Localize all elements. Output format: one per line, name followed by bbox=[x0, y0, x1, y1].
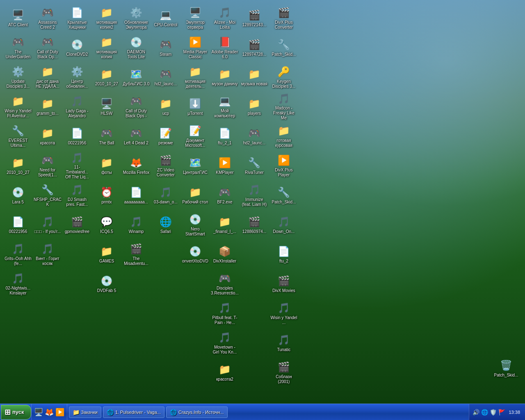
ql-media-icon[interactable]: ▶️ bbox=[55, 408, 64, 417]
tray-flag-icon[interactable]: 🚩 bbox=[498, 409, 505, 415]
motivatsiya-dey-desktop-icon[interactable]: 📁 мотивация деятель... bbox=[180, 62, 210, 92]
krylatye-desktop-icon[interactable]: 📄 Крылатые Хищники bbox=[62, 3, 92, 33]
nfshp-crack-desktop-icon[interactable]: 🔧 NFSHP_CRACK bbox=[33, 180, 62, 210]
2010-10-27-desktop-icon[interactable]: 📁 2010_10_27 bbox=[3, 151, 33, 180]
128860974-desktop-icon[interactable]: 🎬 128860974... bbox=[240, 210, 269, 240]
lara5-desktop-icon[interactable]: 💿 Lara 5 bbox=[3, 180, 33, 210]
disc-dana-desktop-icon[interactable]: 📁 дис от дана НЕ УДАЛА... bbox=[33, 62, 62, 92]
rezyume-desktop-icon[interactable]: 📝 резюме bbox=[151, 121, 180, 151]
bf2-exe-desktop-icon[interactable]: 🎮 BF2.exe bbox=[210, 180, 240, 210]
convertxtodvd-desktop-icon[interactable]: 💿 onvertXtoDVD bbox=[180, 240, 210, 269]
steam-desktop-icon[interactable]: 🎮 Steam bbox=[151, 33, 180, 62]
down-on-desktop-icon[interactable]: 🎵 Down_On... bbox=[269, 210, 299, 240]
2010-10-27-2-desktop-icon[interactable]: 📁 2010_10_27 bbox=[92, 62, 121, 92]
adobe-reader-desktop-icon[interactable]: 📕 Adobe Reader 6.0 bbox=[210, 33, 240, 62]
gotovaya-desktop-icon[interactable]: 📁 готовая курсовая bbox=[269, 121, 299, 151]
movetown-desktop-icon[interactable]: 🎵 Movetown - Girl You Kn... bbox=[210, 328, 240, 358]
if-you-desktop-icon[interactable]: 🎵 □□□ - If you'r... bbox=[33, 210, 62, 240]
muzyka-novaya-desktop-icon[interactable]: 📁 музыка новая bbox=[240, 62, 269, 92]
soblazn-desktop-icon[interactable]: 🎬 Соблазн (2001) bbox=[269, 358, 299, 387]
divxinstaller-desktop-icon[interactable]: 📦 DivXInstaller bbox=[210, 240, 240, 269]
assassins-creed2-desktop-icon[interactable]: 🎮 Assassins Creed 2 bbox=[33, 3, 62, 33]
pitbull-desktop-icon[interactable]: 🎵 Pitbull feat. T-Pain - He... bbox=[210, 299, 240, 328]
atc-client-desktop-icon[interactable]: 🖥️ ATC Client bbox=[3, 3, 33, 33]
tray-speaker-icon[interactable]: 🔊 bbox=[472, 409, 479, 415]
alizee-desktop-icon[interactable]: 🎵 Alizee - Moi Lolita bbox=[210, 3, 240, 33]
wisin-yandel-av-desktop-icon[interactable]: 📁 Wisin y Yandel Ft Aventur... bbox=[3, 92, 33, 121]
daemon-tools-desktop-icon[interactable]: 💿 DAEMON Tools Lite bbox=[121, 33, 151, 62]
tray-shield-icon[interactable]: 🛡️ bbox=[490, 409, 497, 415]
moy-computer-desktop-icon[interactable]: 💻 Мой компьютер bbox=[210, 92, 240, 121]
tsentralgis-desktop-icon[interactable]: 🗺️ ЦентралГИС bbox=[180, 151, 210, 180]
hlsw-desktop-icon[interactable]: 🖥️ HLSW bbox=[92, 92, 121, 121]
gramm-to-desktop-icon[interactable]: 📁 gramm_to... bbox=[33, 92, 62, 121]
call-of-duty-bo-desktop-icon[interactable]: 🎮 Call of Duty Black Op... bbox=[33, 33, 62, 62]
vint-gorit-desktop-icon[interactable]: 🎵 Винт - Горит косяк bbox=[33, 240, 62, 269]
the-ball-desktop-icon[interactable]: 🎮 The Ball bbox=[92, 121, 121, 151]
dublgis-desktop-icon[interactable]: 🗺️ ДубльГИС 3.0 bbox=[121, 62, 151, 92]
keygen-disciples-desktop-icon[interactable]: 🔑 Keygen Disciples 3... bbox=[269, 62, 299, 92]
rivaturner-desktop-icon[interactable]: 🔧 RivaTuner bbox=[240, 151, 269, 180]
wisin-yandel2-desktop-icon[interactable]: 🎵 Wisin y Yandel ... bbox=[269, 299, 299, 328]
dj-smash-desktop-icon[interactable]: 🎵 DJ Smash pres. Fast... bbox=[62, 180, 92, 210]
00221956-2-desktop-icon[interactable]: 📄 00221956 bbox=[62, 121, 92, 151]
finansl-desktop-icon[interactable]: 📁 _finansl_l_... bbox=[210, 210, 240, 240]
need-for-speed-desktop-icon[interactable]: 🎮 Need for Speed(1... bbox=[33, 151, 62, 180]
tsentr-obnov-desktop-icon[interactable]: ⚙️ Центр обновлен... bbox=[62, 62, 92, 92]
mozilla-firefox-desktop-icon[interactable]: 🦊 Mozilla Firefox bbox=[121, 151, 151, 180]
krasota-desktop-icon[interactable]: 📁 красота bbox=[33, 121, 62, 151]
media-player-desktop-icon[interactable]: ▶️ Media Player Classic bbox=[180, 33, 210, 62]
emulator-server-desktop-icon[interactable]: 🖥️ Эмулятор сервера bbox=[180, 3, 210, 33]
aaaa-desktop-icon[interactable]: 📄 ааааааааа... bbox=[121, 180, 151, 210]
patch-skid2-desktop-icon[interactable]: 🔧 Patch_Skid... bbox=[269, 180, 299, 210]
dokument-ms-desktop-icon[interactable]: 📝 Документ Microsoft... bbox=[180, 121, 210, 151]
divxplus-conv-desktop-icon[interactable]: 🎬 DivX Plus Converter bbox=[269, 3, 299, 33]
lady-gaga-desktop-icon[interactable]: 🎵 Lady Gaga - Alejandro bbox=[62, 92, 92, 121]
hd2-launch2-desktop-icon[interactable]: 🎮 hd2_launc... bbox=[240, 121, 269, 151]
left4dead2-desktop-icon[interactable]: 🎮 Left 4 Dead 2 bbox=[121, 121, 151, 151]
02-nightwish-desktop-icon[interactable]: 🎵 02-Nightwis... Kinslayer bbox=[3, 269, 33, 299]
muzon-danich-desktop-icon[interactable]: 📁 музон даничу bbox=[210, 62, 240, 92]
ucp-desktop-icon[interactable]: 📁 ucp bbox=[151, 92, 180, 121]
clonedvd2-desktop-icon[interactable]: 💿 CloneDVD2 bbox=[62, 33, 92, 62]
players-desktop-icon[interactable]: 📁 players bbox=[240, 92, 269, 121]
call-duty-bo2-desktop-icon[interactable]: 🎮 Call of Duty Black Ops - bbox=[121, 92, 151, 121]
disciples3-desktop-icon[interactable]: 🎮 Disciples 3.Resurrectio... bbox=[210, 269, 240, 299]
prmtx-desktop-icon[interactable]: ⏰ prmtx bbox=[92, 180, 121, 210]
madcon-desktop-icon[interactable]: 🎵 Madcon - Freaky Like Me bbox=[269, 92, 299, 121]
nero-ss-desktop-icon[interactable]: 💿 Nero StartSmart bbox=[180, 210, 210, 240]
dvdfab5-desktop-icon[interactable]: 💿 DVDFab 5 bbox=[92, 269, 121, 299]
tunatic-desktop-icon[interactable]: 🎵 Tunatic bbox=[269, 328, 299, 358]
start-button[interactable]: ⊞ пуск bbox=[1, 405, 31, 420]
everest-desktop-icon[interactable]: 🔧 EVEREST Ultima... bbox=[3, 121, 33, 151]
128972143-desktop-icon[interactable]: 🎬 128972143... bbox=[240, 3, 269, 33]
cpu-control-desktop-icon[interactable]: 💻 CPU-Control bbox=[151, 3, 180, 33]
safari-desktop-icon[interactable]: 🌐 Safari bbox=[151, 210, 180, 240]
undergarden-desktop-icon[interactable]: 🎮 The UnderGarden bbox=[3, 33, 33, 62]
winamp-desktop-icon[interactable]: 🎵 Winamp bbox=[121, 210, 151, 240]
00221956-desktop-icon[interactable]: 📄 00221956 bbox=[3, 210, 33, 240]
utorrent-desktop-icon[interactable]: ⬇️ µTorrent bbox=[180, 92, 210, 121]
ftu2-1-desktop-icon[interactable]: 📄 ftu_2_1 bbox=[210, 121, 240, 151]
taskbar-window-crazys[interactable]: 🌐 Crazys.Info - Источн... bbox=[166, 406, 228, 418]
foty-desktop-icon[interactable]: 📁 фоты bbox=[92, 151, 121, 180]
11-timbaland-desktop-icon[interactable]: 🎵 11-Timbaland... Off The Liq... bbox=[62, 151, 92, 180]
ql-show-desktop-icon[interactable]: 🖥️ bbox=[34, 408, 43, 417]
rabochiy-stol-desktop-icon[interactable]: 📁 Рабочий стол bbox=[180, 180, 210, 210]
icq65-desktop-icon[interactable]: 💬 ICQ6.5 bbox=[92, 210, 121, 240]
immunize-desktop-icon[interactable]: 🎵 Immunize (feat. Liam H) bbox=[240, 180, 269, 210]
update-disciples-desktop-icon[interactable]: ⚙️ Update Disciples 3... bbox=[3, 62, 33, 92]
motivatsiya-kop-desktop-icon[interactable]: 📁 мотивация копия bbox=[92, 33, 121, 62]
zc-video-desktop-icon[interactable]: 🎬 ZC Video Converter bbox=[151, 151, 180, 180]
krasota2-desktop-icon[interactable]: 📁 красота2 bbox=[210, 358, 240, 387]
games-desktop-icon[interactable]: 📁 GAMES bbox=[92, 240, 121, 269]
hd2-launch1-desktop-icon[interactable]: 🎮 hd2_launc... bbox=[151, 62, 180, 92]
taskbar-window-pulsedriver[interactable]: 🌐 1. Pulsedriver - Vaga... bbox=[103, 406, 164, 418]
taskbar-window-zakachki[interactable]: 📁 Закачки bbox=[69, 406, 101, 418]
ftu2-desktop-icon[interactable]: 📄 ftu_2 bbox=[269, 240, 299, 269]
grits-ooh-ahh-desktop-icon[interactable]: 🎵 Grits–Ooh Ahh (fe... bbox=[3, 240, 33, 269]
motivatsiya-kop2-desktop-icon[interactable]: 📁 мотивация копия2 bbox=[92, 3, 121, 33]
128974728-desktop-icon[interactable]: 🎬 128974728... bbox=[240, 33, 269, 62]
tray-network-icon[interactable]: 🌐 bbox=[481, 409, 488, 415]
ql-firefox-icon[interactable]: 🦊 bbox=[45, 408, 54, 417]
